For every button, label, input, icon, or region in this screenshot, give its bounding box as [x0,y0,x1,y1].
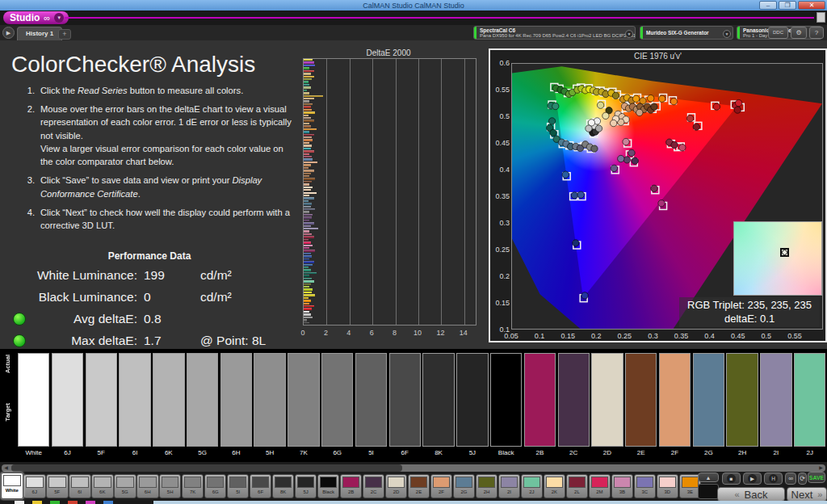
deltae-bar[interactable] [304,288,313,290]
deltae-bar[interactable] [304,305,314,307]
deltae-bar[interactable] [304,158,313,160]
deltae-bar[interactable] [304,156,312,158]
patch-button-2l[interactable]: 2L [566,474,589,498]
next-button[interactable]: Next » [787,487,827,502]
deltae-bar[interactable] [304,195,309,196]
scroll-right-icon[interactable]: ▶ [817,464,825,472]
deltae-bar[interactable] [304,187,313,188]
deltae-bar[interactable] [304,98,314,99]
deltae-bar[interactable] [304,117,311,119]
patch-button-2e[interactable]: 2E [408,474,430,498]
deltae-bar[interactable] [304,300,311,301]
deltae-bar[interactable] [304,297,309,299]
deltae-bar[interactable] [304,275,309,276]
scroll-left-icon[interactable]: ◀ [2,464,10,472]
minimize-button[interactable]: – [759,1,777,10]
deltae-bar[interactable] [304,313,311,315]
patch-button-black[interactable]: Black [317,474,340,498]
deltae-bar[interactable] [304,239,309,241]
patch-button-white[interactable]: White [1,472,23,499]
deltae-bar[interactable] [304,128,317,130]
deltae-bar[interactable] [304,284,311,285]
deltae-bar[interactable] [304,145,312,146]
deltae-bar[interactable] [304,197,314,199]
deltae-bar[interactable] [304,233,312,235]
patch-button-5j[interactable]: 5J [295,474,317,498]
maximize-button[interactable]: ❐ [779,1,796,10]
deltae-bar[interactable] [304,136,312,138]
deltae-bar[interactable] [304,59,313,61]
deltae-bar[interactable] [304,183,309,185]
deltae-bar[interactable] [304,267,309,268]
deltae-bar[interactable] [304,247,309,249]
gear-icon[interactable]: ⚙ [791,27,807,39]
deltae-bar[interactable] [304,280,314,282]
history-menu-button[interactable]: ▶ [2,27,15,39]
patch-button-6f[interactable]: 6F [250,474,272,498]
deltae-bar[interactable] [304,250,315,251]
deltae-bar[interactable] [304,303,309,304]
deltae-bar[interactable] [304,178,315,179]
deltae-bar[interactable] [304,255,312,257]
back-button[interactable]: « Back [717,487,785,502]
patch-button-5h[interactable]: 5H [159,474,182,498]
generator-selector-button[interactable]: Murideo SIX-G Generator ▼ [640,26,733,40]
deltae-bar[interactable] [304,319,307,321]
accent-end-handle[interactable] [817,12,825,23]
deltae-bar[interactable] [304,92,309,94]
patch-button-6h[interactable]: 6H [136,474,159,498]
deltae-bar[interactable] [304,148,311,149]
patch-button-2g[interactable]: 2G [453,474,476,498]
patch-button-7k[interactable]: 7K [182,474,204,498]
swatch-scrollbar[interactable]: ◀ ▶ [2,464,825,472]
deltae-bar[interactable] [304,134,314,136]
deltae-bar[interactable] [304,228,318,229]
deltae-bar[interactable] [304,170,314,171]
patch-button-2m[interactable]: 2M [589,474,611,498]
scrollbar-thumb[interactable] [11,464,402,472]
deltae-bar[interactable] [304,131,309,132]
patch-button-2j[interactable]: 2J [521,474,544,498]
deltae-bar[interactable] [304,76,314,78]
deltae-bar[interactable] [304,84,309,86]
deltae-bar[interactable] [304,286,309,288]
deltae-bar[interactable] [304,308,312,309]
deltae-bar[interactable] [304,311,309,313]
deltae-bar[interactable] [304,109,312,111]
patch-button-2b[interactable]: 2B [340,474,363,498]
tab-history-1[interactable]: History 1 [17,27,62,40]
deltae-bar[interactable] [304,167,309,169]
deltae-bar[interactable] [304,86,311,88]
deltae-bar[interactable] [304,111,315,113]
deltae-bar[interactable] [304,278,312,279]
deltae-bar[interactable] [304,222,314,224]
patch-button-6g[interactable]: 6G [204,474,227,498]
deltae-bar[interactable] [304,153,309,155]
deltae-bar[interactable] [304,322,309,324]
deltae-bar[interactable] [304,192,317,194]
deltae-bar[interactable] [304,61,314,63]
patch-button-8k[interactable]: 8K [272,474,295,498]
deltae-bar[interactable] [304,261,314,262]
deltae-bar[interactable] [304,164,311,166]
deltae-bar[interactable] [304,120,314,121]
help-icon[interactable]: ? [809,27,824,39]
deltae-bar[interactable] [304,225,311,227]
deltae-bar[interactable] [304,95,323,97]
deltae-bar[interactable] [304,317,313,318]
patch-button-2d[interactable]: 2D [385,474,408,498]
patch-button-3d[interactable]: 3D [657,474,679,498]
deltae-bar[interactable] [304,203,312,204]
patch-button-2k[interactable]: 2K [544,474,566,498]
deltae-bar[interactable] [304,181,312,183]
deltae-bar[interactable] [304,150,314,152]
refresh-button[interactable]: ⟳ [798,472,807,485]
deltae-bar[interactable] [304,70,314,72]
patch-button-2f[interactable]: 2F [430,474,453,498]
deltae-bar[interactable] [304,73,311,74]
patch-button-5f[interactable]: 5F [46,474,69,498]
patch-button-6i[interactable]: 6I [69,474,91,498]
deltae-bar[interactable] [304,272,317,274]
read-series-button[interactable]: H [764,472,783,485]
stop-button[interactable]: ■ [722,472,741,485]
